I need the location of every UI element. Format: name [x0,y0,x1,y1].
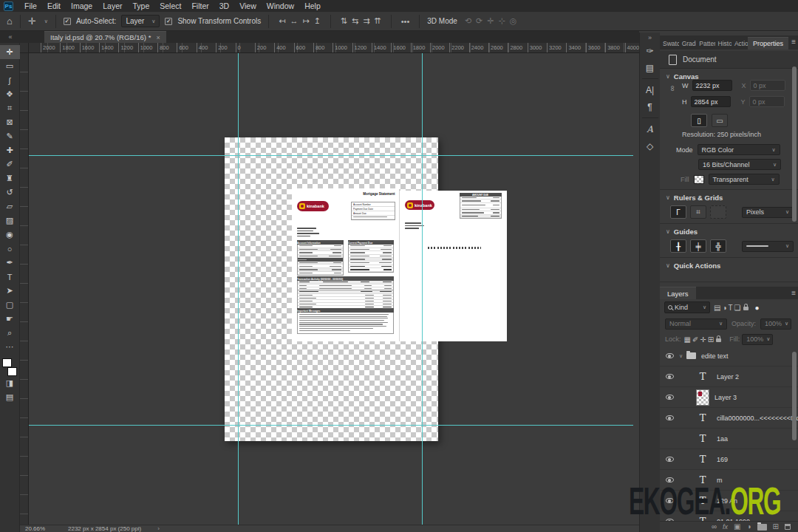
visibility-eye-icon[interactable] [660,353,679,358]
filter-pixel-layers-icon[interactable]: ▤ [713,304,721,312]
menu-select[interactable]: Select [154,1,186,10]
menu-file[interactable]: File [19,1,42,10]
3d-orbit-icon[interactable]: ⟲ [463,16,474,25]
layer-row[interactable]: ∨edite text [660,346,798,366]
opacity-field[interactable]: 100%∨ [760,318,791,330]
foreground-color-swatch[interactable] [2,358,12,367]
3d-camera-icon[interactable]: ◎ [508,16,519,25]
width-field[interactable]: 2232 px [692,80,732,91]
more-options-icon[interactable]: ••• [399,17,412,26]
menu-layer[interactable]: Layer [98,1,127,10]
type-tool[interactable]: T [0,270,20,284]
menu-filter[interactable]: Filter [186,1,214,10]
crop-tool[interactable]: ⌗ [0,101,20,115]
lock-pixels-icon[interactable]: ✐ [692,335,699,344]
distribute-top-edges-icon[interactable]: ⇈ [372,16,383,25]
landscape-orientation-button[interactable]: ▭ [712,114,728,127]
character-panel-icon[interactable]: A| [641,81,660,98]
move-tool-preset-icon[interactable]: ✛ [28,16,36,26]
rulers-grids-section-header[interactable]: ∨Rulers & Grids [666,194,723,202]
link-dimensions-icon[interactable]: ∞ [669,86,678,92]
marquee-tool[interactable]: ▭ [0,59,20,73]
panel-tab-properties[interactable]: Properties [748,37,788,50]
blend-mode-dropdown[interactable]: Normal∨ [665,318,727,330]
lock-position-icon[interactable]: ✛ [699,335,706,344]
ruler-units-dropdown[interactable]: Pixels∨ [742,207,794,218]
move-tool[interactable]: ✛ [0,45,20,59]
lock-transparency-icon[interactable]: ▦ [683,335,692,344]
layer-row[interactable]: Layer 3 [660,387,798,408]
quick-mask-icon[interactable]: ◨ [0,376,20,390]
guide-vertical-2[interactable] [422,53,423,525]
link-layers-icon[interactable]: ∞ [712,523,717,531]
brush-settings-panel-icon[interactable]: ✑ [641,42,660,59]
align-right-icon[interactable]: ↦ [300,16,311,25]
frame-tool[interactable]: ⊠ [0,115,20,129]
auto-select-target-dropdown[interactable]: Layer∨ [121,15,160,27]
menu-edit[interactable]: Edit [42,1,66,10]
auto-select-checkbox[interactable]: ✓ [64,18,71,25]
eraser-tool[interactable]: ▱ [0,200,20,214]
layer-filter-kind-dropdown[interactable]: Kind ∨ [664,301,710,313]
edit-guides-button[interactable]: ╬ [710,239,726,253]
3d-slide-icon[interactable]: ⊹ [497,16,508,25]
portrait-orientation-button[interactable]: ▯ [691,114,707,127]
filter-shape-layers-icon[interactable]: ❏ [734,304,742,312]
hand-tool[interactable]: ☛ [0,312,20,326]
layers-menu-icon[interactable]: ≡ [791,289,796,297]
guide-style-dropdown[interactable]: ∨ [742,241,794,252]
toggle-snap-button[interactable] [710,205,726,219]
clone-stamp-tool[interactable]: ♜ [0,171,20,185]
home-icon[interactable]: ⌂ [7,16,13,26]
toggle-rulers-button[interactable]: Γ [670,205,686,219]
distribute-horizontal-icon[interactable]: ⇆ [349,16,361,25]
object-selection-tool[interactable]: ❖ [0,87,20,101]
menu-image[interactable]: Image [66,1,98,10]
zoom-level-field[interactable]: 20.66% [25,525,68,532]
lock-guides-button[interactable]: ╪ [690,239,706,253]
new-layer-icon[interactable]: ⊞ [773,523,779,531]
pen-tool[interactable]: ✒ [0,256,20,270]
color-mode-dropdown[interactable]: RGB Color∨ [698,144,780,155]
layer-group-icon[interactable] [757,524,767,531]
chevron-down-icon[interactable]: ∨ [679,353,686,359]
brush-tool[interactable]: ✐ [0,157,20,171]
eyedropper-tool[interactable]: ✎ [0,129,20,143]
panel-tab-patter[interactable]: Patter [696,38,715,50]
background-color-swatch[interactable] [7,367,17,376]
history-brush-tool[interactable]: ↺ [0,185,20,200]
layer-row[interactable]: Tcilla0000000...<<<<<<<<0 d [660,408,798,429]
chevron-down-icon[interactable]: ∨ [44,18,48,24]
panel-tab-gradi[interactable]: Gradi [679,38,697,50]
distribute-left-edges-icon[interactable]: ⇉ [361,16,372,25]
panel-tab-histo[interactable]: Histo [715,38,732,50]
close-icon[interactable]: × [156,34,160,41]
show-transform-checkbox[interactable]: ✓ [165,18,172,25]
zoom-tool[interactable]: ⌕ [0,326,20,340]
glyphs-panel-icon[interactable]: A [641,120,660,137]
edit-toolbar-icon[interactable]: ⋯ [0,340,20,354]
document-tab[interactable]: Italy id.psd @ 20.7% (RGB/16) * × [44,31,166,43]
layer-mask-icon[interactable]: ▣ [734,523,740,531]
3d-pan-icon[interactable]: ✛ [485,16,496,25]
path-selection-tool[interactable]: ➤ [0,284,20,298]
menu-window[interactable]: Window [262,1,299,10]
panel-tab-swatc[interactable]: Swatc [660,38,679,50]
guide-horizontal-2[interactable] [29,425,633,426]
pasteboard[interactable]: kinabank Mortgage Statement Statement Da… [29,53,639,525]
properties-scrollbar[interactable] [792,66,797,222]
height-field[interactable]: 2854 px [691,96,731,107]
adjustment-layer-icon[interactable]: ◑ [747,523,751,531]
panel-menu-icon[interactable]: ≡ [791,38,796,46]
distribute-vertical-icon[interactable]: ⇅ [338,16,349,25]
layer-effects-icon[interactable]: fx [723,524,728,531]
paragraph-panel-icon[interactable]: ¶ [641,98,660,115]
ruler-origin-corner[interactable] [20,43,29,53]
lock-all-icon[interactable] [716,338,721,342]
healing-brush-tool[interactable]: ✚ [0,143,20,157]
menu-view[interactable]: View [234,1,262,10]
fill-swatch[interactable] [694,175,704,184]
delete-layer-icon[interactable] [785,524,791,530]
lock-artboard-icon[interactable]: ⊞ [707,335,715,344]
horizontal-ruler[interactable]: 2000180016001400120010008006004002000200… [29,43,639,53]
